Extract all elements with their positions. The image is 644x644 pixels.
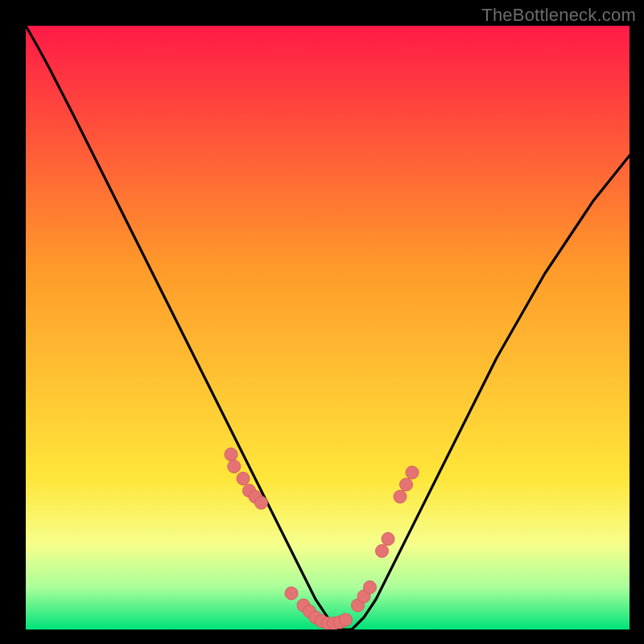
chart-svg: [26, 26, 630, 630]
highlight-marker: [376, 545, 389, 558]
highlight-marker: [400, 478, 413, 491]
chart-background: [26, 26, 630, 630]
highlight-marker: [394, 490, 407, 503]
highlight-marker: [225, 448, 237, 461]
highlight-marker: [406, 466, 419, 479]
highlight-marker: [255, 497, 268, 510]
watermark-text: TheBottleneck.com: [481, 5, 636, 26]
highlight-marker: [285, 587, 298, 600]
highlight-marker: [237, 473, 250, 485]
highlight-marker: [340, 613, 353, 626]
highlight-marker: [228, 460, 241, 473]
highlight-marker: [364, 581, 377, 594]
highlight-marker: [382, 533, 394, 546]
chart-plot-area: [26, 26, 630, 630]
